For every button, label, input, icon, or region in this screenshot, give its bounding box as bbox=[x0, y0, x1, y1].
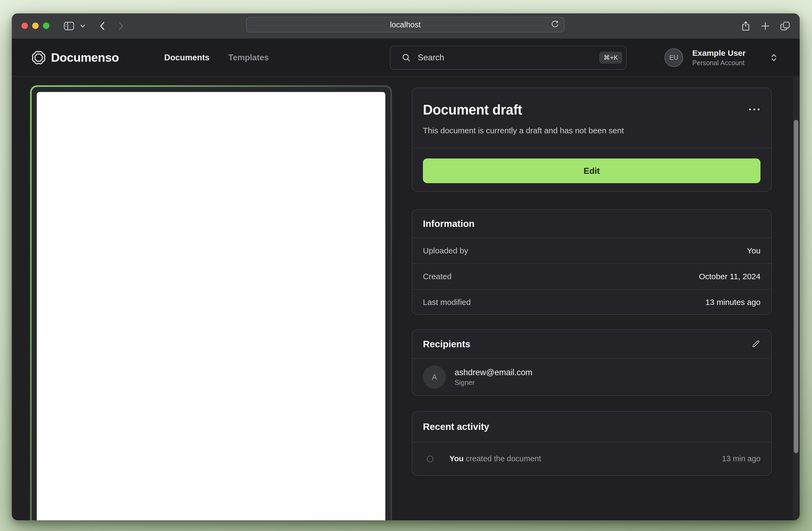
back-button[interactable] bbox=[98, 21, 106, 31]
user-menu[interactable]: EU Example User Personal Account bbox=[664, 39, 778, 76]
search-input[interactable]: Search ⌘+K bbox=[390, 46, 627, 70]
recent-activity-card: Recent activity You created the document… bbox=[412, 411, 772, 476]
activity-timestamp: 13 min ago bbox=[722, 454, 761, 463]
user-avatar: EU bbox=[664, 48, 683, 67]
information-title: Information bbox=[423, 218, 475, 229]
document-page[interactable] bbox=[37, 92, 385, 520]
info-row-created: Created October 11, 2024 bbox=[412, 263, 771, 289]
document-preview-frame bbox=[32, 87, 390, 520]
search-shortcut-badge: ⌘+K bbox=[599, 52, 622, 63]
tab-overview-icon[interactable] bbox=[780, 21, 791, 31]
edit-button[interactable]: Edit bbox=[423, 159, 760, 183]
minimize-window-button[interactable] bbox=[32, 23, 39, 29]
document-title: Document draft bbox=[423, 102, 522, 118]
reload-icon[interactable] bbox=[551, 20, 559, 29]
search-placeholder: Search bbox=[418, 53, 444, 62]
activity-row: You created the document 13 min ago bbox=[412, 442, 771, 475]
recent-activity-title: Recent activity bbox=[423, 421, 489, 432]
nav-documents[interactable]: Documents bbox=[164, 53, 209, 62]
address-bar-url: localhost bbox=[390, 20, 420, 29]
edit-recipients-pencil-icon[interactable] bbox=[751, 339, 760, 349]
document-status-text: This document is currently a draft and h… bbox=[412, 118, 771, 135]
sidebar-chevron-icon[interactable] bbox=[80, 24, 85, 28]
close-window-button[interactable] bbox=[21, 23, 28, 29]
more-options-icon[interactable] bbox=[748, 108, 760, 111]
sidebar-toggle-icon[interactable] bbox=[63, 21, 75, 31]
user-name: Example User bbox=[692, 48, 770, 58]
info-row-last-modified: Last modified 13 minutes ago bbox=[412, 289, 771, 315]
search-icon bbox=[402, 53, 411, 62]
brand-name: Documenso bbox=[51, 51, 119, 65]
new-tab-icon[interactable] bbox=[760, 21, 770, 31]
documenso-logo[interactable]: Documenso bbox=[31, 39, 119, 76]
share-icon[interactable] bbox=[741, 21, 751, 31]
app-header: Documenso Documents Templates Search ⌘+K… bbox=[12, 39, 800, 76]
forward-button[interactable] bbox=[117, 21, 125, 31]
scrollbar-gutter bbox=[792, 77, 800, 520]
chevron-up-down-icon bbox=[770, 53, 778, 62]
recipient-row[interactable]: A ashdrew@email.com Signer bbox=[412, 358, 771, 395]
information-card: Information Uploaded by You Created Octo… bbox=[412, 209, 772, 315]
browser-window: localhost bbox=[12, 13, 800, 520]
scrollbar-thumb[interactable] bbox=[794, 120, 798, 453]
recipient-email: ashdrew@email.com bbox=[454, 367, 532, 378]
recipients-card: Recipients A ashdrew@email.com Signer bbox=[412, 329, 772, 396]
zoom-window-button[interactable] bbox=[43, 23, 49, 29]
activity-description: You created the document bbox=[449, 454, 541, 463]
address-bar[interactable]: localhost bbox=[246, 17, 565, 32]
nav-templates[interactable]: Templates bbox=[228, 53, 269, 62]
documenso-seal-icon bbox=[31, 50, 46, 65]
browser-titlebar: localhost bbox=[12, 13, 800, 39]
recipients-title: Recipients bbox=[423, 339, 470, 350]
recipient-avatar: A bbox=[423, 366, 446, 388]
activity-status-circle-icon bbox=[426, 455, 434, 462]
info-row-uploaded-by: Uploaded by You bbox=[412, 238, 771, 263]
document-preview-container bbox=[30, 85, 392, 520]
document-draft-card: Document draft This document is currentl… bbox=[412, 87, 772, 192]
main-nav: Documents Templates bbox=[164, 39, 269, 76]
recipient-role: Signer bbox=[454, 378, 532, 387]
user-account-type: Personal Account bbox=[692, 58, 770, 67]
